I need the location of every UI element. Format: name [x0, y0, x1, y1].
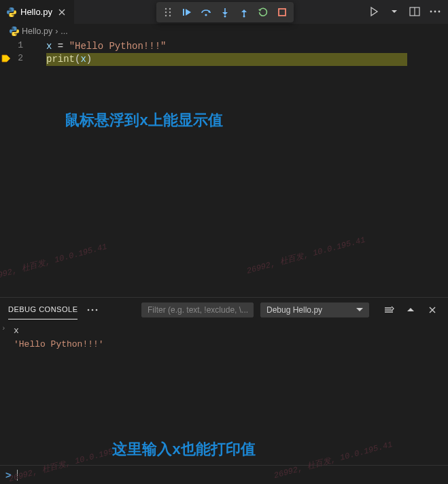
repl-input[interactable]	[23, 470, 443, 480]
split-editor-icon[interactable]	[407, 4, 422, 19]
svg-point-9	[243, 16, 245, 18]
svg-point-7	[205, 14, 207, 16]
debug-toolbar	[156, 2, 294, 22]
console-input-line: x	[10, 324, 438, 338]
code-line: x = "Hello Python!!!"	[46, 40, 448, 53]
line-number: 1	[0, 39, 35, 52]
clear-console-icon[interactable]	[381, 302, 396, 317]
drag-grip-icon[interactable]	[159, 3, 177, 21]
maximize-panel-icon[interactable]	[403, 302, 418, 317]
close-icon[interactable]	[56, 7, 67, 18]
svg-point-4	[165, 15, 167, 16]
step-out-button[interactable]	[235, 3, 253, 21]
tab-filename: Hello.py	[20, 7, 52, 17]
tab-bar: Hello.py	[0, 0, 448, 24]
step-into-button[interactable]	[216, 3, 234, 21]
cursor	[17, 470, 18, 481]
svg-point-14	[434, 11, 436, 13]
step-over-button[interactable]	[197, 3, 215, 21]
debug-console-tab[interactable]: DEBUG CONSOLE	[8, 300, 77, 319]
svg-point-2	[165, 12, 167, 13]
svg-rect-6	[183, 9, 184, 16]
bottom-panel: DEBUG CONSOLE Debug Hello.py › x 'He	[0, 297, 448, 484]
close-panel-icon[interactable]	[425, 302, 440, 317]
panel-header: DEBUG CONSOLE Debug Hello.py	[0, 298, 448, 322]
python-icon	[7, 7, 16, 17]
repl-input-bar: >	[0, 465, 448, 484]
breadcrumb[interactable]: Hello.py › ...	[0, 24, 448, 39]
svg-point-16	[88, 309, 90, 311]
run-dropdown[interactable]	[387, 4, 402, 19]
svg-point-3	[169, 12, 171, 13]
svg-point-17	[92, 309, 94, 311]
session-label: Debug Hello.py	[266, 305, 322, 315]
breadcrumb-file: Hello.py	[22, 27, 52, 36]
filter-input[interactable]	[141, 302, 254, 317]
code-line-current: print(x)	[46, 53, 407, 66]
input-marker-icon: ›	[1, 324, 6, 332]
continue-button[interactable]	[178, 3, 196, 21]
annotation-hover: 鼠标悬浮到x上能显示值	[65, 110, 223, 131]
console-output[interactable]: › x 'Hello Python!!!' 26992, 杜百发, 10.0.1…	[0, 322, 448, 465]
more-actions-icon[interactable]	[428, 4, 443, 19]
restart-button[interactable]	[254, 3, 272, 21]
editor-tab[interactable]: Hello.py	[0, 0, 75, 24]
svg-point-15	[438, 11, 441, 13]
svg-rect-10	[279, 9, 286, 16]
panel-more-icon[interactable]	[84, 309, 101, 311]
svg-point-8	[224, 16, 226, 18]
svg-point-0	[165, 8, 167, 10]
console-output-line: 'Hello Python!!!'	[10, 338, 438, 351]
svg-point-18	[96, 309, 98, 311]
breadcrumb-sep: ›	[55, 27, 58, 36]
watermark: 26992, 杜百发, 10.0.195.41	[0, 241, 108, 283]
editor-actions	[366, 4, 443, 19]
svg-point-5	[169, 15, 171, 16]
watermark: 26992, 杜百发, 10.0.195.41	[245, 234, 366, 277]
debug-session-select[interactable]: Debug Hello.py	[260, 302, 369, 317]
code-editor[interactable]: 1 2 x = "Hello Python!!!" print(x) 鼠标悬浮到…	[0, 39, 448, 298]
chevron-down-icon	[356, 308, 363, 312]
current-line-icon	[1, 54, 11, 63]
chevron-right-icon: >	[5, 469, 12, 481]
svg-point-13	[430, 11, 432, 13]
code-content: x = "Hello Python!!!" print(x)	[0, 39, 448, 66]
annotation-repl: 这里输入x也能打印值	[112, 439, 256, 460]
run-button[interactable]	[366, 4, 381, 19]
svg-point-1	[169, 8, 171, 10]
stop-button[interactable]	[273, 3, 291, 21]
breadcrumb-more: ...	[61, 27, 67, 36]
python-icon	[10, 27, 19, 36]
